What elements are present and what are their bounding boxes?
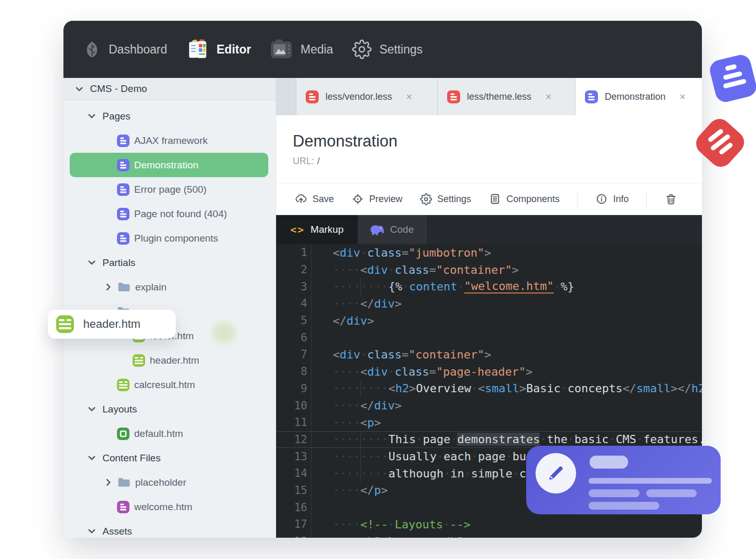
tree-section-pages[interactable]: Pages bbox=[70, 104, 268, 128]
chevron-down-icon bbox=[87, 454, 96, 462]
delete-button[interactable] bbox=[664, 193, 677, 206]
tree-file-ajax-framework[interactable]: AJAX framework bbox=[70, 128, 268, 153]
line-content: ········<h2>Overview·<small>Basic·concep… bbox=[311, 380, 702, 397]
media-icon bbox=[270, 39, 293, 60]
nav-item-settings[interactable]: Settings bbox=[352, 39, 423, 59]
line-number: 15 bbox=[276, 484, 311, 497]
line-number: 1 bbox=[276, 246, 311, 259]
save-button[interactable]: Save bbox=[295, 193, 334, 205]
page-title: Demonstration bbox=[293, 132, 702, 151]
tree-file-default-htm[interactable]: default.htm bbox=[70, 421, 268, 446]
settings-button[interactable]: Settings bbox=[420, 193, 471, 205]
chevron-down-icon bbox=[87, 527, 96, 536]
leaf-icon bbox=[83, 41, 101, 58]
tree-folder-explain[interactable]: explain bbox=[70, 275, 268, 299]
drag-ghost-label: header.htm bbox=[83, 317, 140, 331]
angle-brackets-icon: <> bbox=[290, 223, 305, 236]
chevron-right-icon bbox=[104, 283, 113, 291]
tree-section-partials[interactable]: Partials bbox=[70, 250, 268, 275]
tree-file-error-page-500[interactable]: Error page (500) bbox=[70, 177, 268, 202]
doc-tab-label: less/vendor.less bbox=[325, 91, 392, 102]
line-number: 10 bbox=[276, 400, 311, 412]
nav-item-label: Editor bbox=[217, 43, 251, 57]
components-button[interactable]: Components bbox=[489, 193, 559, 205]
preview-button[interactable]: Preview bbox=[351, 193, 402, 205]
line-number: 13 bbox=[276, 450, 311, 463]
line-number: 17 bbox=[276, 518, 311, 530]
close-icon[interactable]: × bbox=[680, 91, 686, 102]
partial-icon bbox=[133, 354, 145, 367]
tree-file-header-htm[interactable]: header.htm bbox=[70, 348, 268, 372]
close-icon[interactable]: × bbox=[406, 91, 412, 102]
line-number: 7 bbox=[276, 348, 311, 361]
tree-folder-placeholder[interactable]: placeholder bbox=[70, 470, 268, 495]
page-icon bbox=[117, 183, 129, 196]
file-icon bbox=[585, 90, 598, 103]
tree-file-label: header.htm bbox=[150, 355, 199, 366]
page-icon bbox=[117, 232, 129, 245]
tree-section-label: Assets bbox=[102, 526, 132, 537]
tree-section-layouts[interactable]: Layouts bbox=[70, 397, 268, 421]
doc-tab-demonstration[interactable]: Demonstration× bbox=[576, 78, 702, 115]
code-line: 2····<div·class="container"> bbox=[276, 261, 702, 278]
line-number: 14 bbox=[276, 467, 311, 480]
line-number: 11 bbox=[276, 416, 311, 429]
trash-icon bbox=[664, 193, 677, 206]
code-tab-code[interactable]: Code bbox=[358, 215, 426, 244]
code-line: 5</div> bbox=[276, 312, 702, 329]
tree-file-demonstration[interactable]: Demonstration bbox=[70, 153, 268, 177]
drag-ghost-card[interactable]: header.htm bbox=[48, 310, 176, 339]
tree-file-label: welcome.htm bbox=[134, 501, 192, 513]
sidebar: CMS - Demo PagesAJAX frameworkDemonstrat… bbox=[63, 78, 276, 538]
editor-toolbar: SavePreviewSettingsComponentsInfo bbox=[276, 183, 702, 215]
folder-icon bbox=[118, 282, 131, 292]
folder-icon bbox=[118, 477, 131, 488]
tree-section-label: Content Files bbox=[102, 452, 161, 464]
code-line: 4····</div> bbox=[276, 295, 702, 312]
nav-item-dashboard[interactable]: Dashboard bbox=[83, 41, 167, 58]
chevron-down-icon bbox=[87, 112, 96, 121]
tree-folder-label: placeholder bbox=[135, 477, 186, 488]
chevron-right-icon bbox=[104, 478, 113, 487]
chevron-down-icon bbox=[75, 85, 84, 94]
document-header: Demonstration URL:/ bbox=[276, 115, 702, 183]
line-content: <div·class="jumbotron"> bbox=[311, 244, 702, 261]
line-content: ····<div·class="container"> bbox=[311, 261, 702, 278]
pencil-icon bbox=[536, 453, 576, 494]
code-tab-markup[interactable]: <>Markup bbox=[276, 215, 358, 244]
tree-section-assets[interactable]: Assets bbox=[70, 519, 268, 538]
doc-tab-less-theme-less[interactable]: less/theme.less× bbox=[438, 78, 576, 115]
code-line: 9········<h2>Overview·<small>Basic·conce… bbox=[276, 380, 702, 397]
tree-file-welcome-htm[interactable]: welcome.htm bbox=[70, 495, 268, 519]
nav-item-editor[interactable]: Editor bbox=[186, 38, 251, 60]
line-content: <div·class="container"> bbox=[311, 346, 702, 363]
page: DashboardEditorMediaSettings CMS - Demo … bbox=[0, 0, 756, 559]
sidebar-header[interactable]: CMS - Demo bbox=[63, 78, 276, 100]
nav-item-media[interactable]: Media bbox=[270, 39, 333, 60]
line-content: ········{%·content·"welcome.htm"·%} bbox=[311, 278, 702, 295]
line-number: 6 bbox=[276, 331, 311, 344]
close-icon[interactable]: × bbox=[545, 91, 552, 102]
chevron-down-icon bbox=[87, 258, 96, 267]
decor-document-icon bbox=[708, 53, 756, 104]
code-line: 10····</div> bbox=[276, 397, 702, 414]
file-icon bbox=[447, 90, 460, 103]
code-line: 17····<!--·Layouts·--> bbox=[276, 516, 702, 533]
line-number: 9 bbox=[276, 382, 311, 395]
partial-file-icon bbox=[56, 315, 74, 333]
tree-file-label: Plugin components bbox=[134, 233, 218, 244]
tree-file-label: Error page (500) bbox=[134, 184, 206, 195]
nav-item-label: Settings bbox=[380, 43, 423, 57]
tree-file-page-not-found-404[interactable]: Page not found (404) bbox=[70, 202, 268, 226]
line-content: ····<p> bbox=[311, 414, 702, 431]
tree-section-content-files[interactable]: Content Files bbox=[70, 446, 268, 470]
toolbar-button-label: Preview bbox=[369, 194, 402, 205]
info-button[interactable]: Info bbox=[595, 193, 629, 205]
tree-file-calcresult-htm[interactable]: calcresult.htm bbox=[70, 372, 268, 397]
page-icon bbox=[117, 159, 129, 171]
doc-tab-less-vendor-less[interactable]: less/vendor.less× bbox=[296, 78, 438, 115]
partial-icon bbox=[117, 379, 129, 391]
line-content: ····<!--·Layouts·--> bbox=[311, 516, 702, 533]
doc-tab-label: less/theme.less bbox=[467, 91, 531, 102]
tree-file-plugin-components[interactable]: Plugin components bbox=[70, 226, 268, 250]
